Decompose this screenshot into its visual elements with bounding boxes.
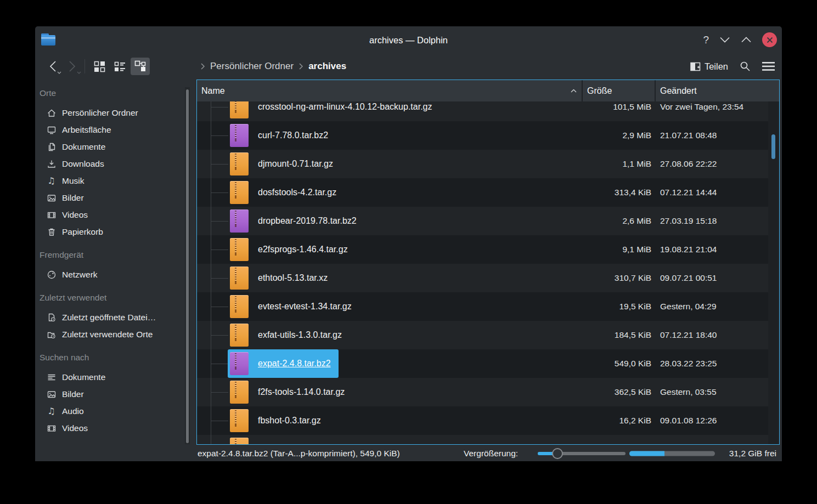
file-modified: 21.07.21 08:48 (656, 121, 779, 150)
file-chip[interactable]: dropbear-2019.78.tar.bz2 (228, 207, 364, 235)
home-icon (46, 107, 57, 118)
hamburger-menu-button[interactable] (762, 62, 775, 71)
breadcrumb-root-chevron-icon[interactable] (200, 63, 205, 70)
dolphin-folder-icon (40, 31, 57, 48)
file-chip[interactable]: f2fs-tools-1.14.0.tar.gz (228, 378, 352, 406)
sidebar-item-label: Zuletzt geöffnete Datei… (62, 313, 156, 322)
music-icon: ♫ (46, 175, 57, 186)
sidebar-item-videos[interactable]: Videos (40, 420, 182, 437)
main-toolbar: Persönlicher Ordner archives Teilen (35, 53, 782, 80)
sidebar-item-label: Videos (62, 210, 88, 220)
places-scrollbar[interactable] (186, 89, 189, 443)
file-size: 19,5 KiB (583, 292, 656, 321)
icons-view-button[interactable] (90, 58, 109, 75)
minimize-button[interactable] (719, 35, 730, 46)
zoom-slider-track[interactable] (538, 452, 626, 455)
file-name: crosstool-ng-arm-linux-4.10.12-backup.ta… (258, 102, 432, 112)
archive-file-icon (230, 352, 249, 375)
view-scrollbar[interactable] (771, 134, 775, 159)
search-button[interactable] (740, 61, 751, 72)
help-button[interactable]: ? (703, 35, 709, 45)
file-name: f2fs-tools-1.14.0.tar.gz (258, 387, 345, 397)
close-button[interactable] (762, 32, 777, 47)
titlebar[interactable]: archives — Dolphin ? (35, 26, 782, 53)
table-row[interactable]: curl-7.78.0.tar.bz22,9 MiB21.07.21 08:48 (197, 121, 779, 150)
file-name: exfat-utils-1.3.0.tar.gz (258, 330, 342, 340)
split-view-button[interactable]: Teilen (690, 61, 728, 72)
toolbar-separator (84, 59, 85, 73)
column-header-size[interactable]: Größe (583, 80, 656, 101)
archive-file-icon (230, 101, 249, 118)
file-name: ethtool-5.13.tar.xz (258, 273, 328, 283)
file-size: 313,4 KiB (583, 178, 656, 207)
details-view-button[interactable] (110, 58, 129, 75)
sidebar-item-persönlicher-ordner[interactable]: Persönlicher Ordner (40, 104, 182, 121)
archive-file-icon (230, 181, 249, 204)
sidebar-item-netzwerk[interactable]: Netzwerk (40, 266, 182, 283)
file-chip[interactable]: dosfstools-4.2.tar.gz (228, 178, 344, 207)
breadcrumb-item-current[interactable]: archives (308, 61, 346, 72)
file-chip[interactable] (228, 435, 266, 444)
back-button[interactable] (43, 57, 63, 76)
sidebar-item-dokumente[interactable]: Dokumente (40, 138, 182, 155)
zoom-slider-knob[interactable] (552, 448, 563, 459)
file-chip[interactable]: curl-7.78.0.tar.bz2 (228, 121, 336, 150)
file-chip[interactable]: djmount-0.71.tar.gz (228, 150, 341, 178)
sidebar-item-bilder[interactable]: Bilder (40, 189, 182, 206)
back-history-caret-icon[interactable] (57, 71, 61, 74)
sidebar-item-videos[interactable]: Videos (40, 206, 182, 223)
sidebar-item-papierkorb[interactable]: Papierkorb (40, 223, 182, 240)
table-row[interactable]: evtest-evtest-1.34.tar.gz19,5 KiBGestern… (197, 292, 779, 321)
table-row[interactable]: djmount-0.71.tar.gz1,1 MiB27.08.06 22:22 (197, 150, 779, 178)
file-name: expat-2.4.8.tar.bz2 (258, 359, 331, 369)
breadcrumb: Persönlicher Ordner archives (200, 53, 346, 80)
column-header-modified[interactable]: Geändert (656, 80, 779, 101)
free-space-bar-fill (629, 451, 664, 456)
table-row[interactable]: e2fsprogs-1.46.4.tar.gz9,1 MiB19.08.21 2… (197, 235, 779, 264)
view-scrollbar-track[interactable] (768, 101, 779, 444)
free-space-bar (629, 451, 715, 456)
sidebar-item-arbeitsfläche[interactable]: Arbeitsfläche (40, 121, 182, 138)
breadcrumb-item-home[interactable]: Persönlicher Ordner (210, 61, 294, 72)
sidebar-item-label: Netzwerk (62, 270, 98, 280)
file-size: 16,2 KiB (583, 406, 656, 435)
sidebar-item-downloads[interactable]: Downloads (40, 155, 182, 172)
table-row-selected[interactable]: expat-2.4.8.tar.bz2549,0 KiB28.03.22 23:… (197, 349, 779, 378)
table-row[interactable]: ethtool-5.13.tar.xz310,7 KiB09.07.21 00:… (197, 264, 779, 292)
tree-view-button[interactable] (131, 58, 150, 75)
tree-branch-line (197, 406, 228, 435)
file-chip[interactable]: crosstool-ng-arm-linux-4.10.12-backup.ta… (228, 101, 440, 121)
table-row[interactable]: exfat-utils-1.3.0.tar.gz184,5 KiB07.12.2… (197, 321, 779, 349)
file-chip[interactable]: fbshot-0.3.tar.gz (228, 406, 329, 435)
file-chip[interactable]: evtest-evtest-1.34.tar.gz (228, 292, 359, 321)
forward-history-caret-icon[interactable] (77, 71, 81, 74)
breadcrumb-chevron-icon[interactable] (298, 63, 303, 70)
archive-file-icon (230, 124, 249, 147)
selection-summary: expat-2.4.8.tar.bz2 (Tar-A...p-komprimie… (198, 449, 400, 458)
table-row[interactable]: dropbear-2019.78.tar.bz22,6 MiB27.03.19 … (197, 207, 779, 235)
sort-ascending-icon (571, 89, 577, 93)
dolphin-window: archives — Dolphin ? (35, 26, 782, 461)
window-title: archives — Dolphin (369, 35, 448, 45)
table-row[interactable]: fbshot-0.3.tar.gz16,2 KiB09.01.08 12:26 (197, 406, 779, 435)
places-panel: OrtePersönlicher OrdnerArbeitsflächeDoku… (35, 80, 196, 445)
table-header: Name Größe Geändert (197, 80, 779, 101)
table-row[interactable]: f2fs-tools-1.14.0.tar.gz362,5 KiBGestern… (197, 378, 779, 406)
sidebar-item-bilder[interactable]: Bilder (40, 386, 182, 403)
sidebar-item-dokumente[interactable]: Dokumente (40, 369, 182, 386)
file-chip[interactable]: ethtool-5.13.tar.xz (228, 264, 335, 292)
forward-button[interactable] (63, 57, 82, 76)
column-header-name[interactable]: Name (197, 80, 583, 101)
sidebar-item-zuletzt-geöffnete-datei[interactable]: Zuletzt geöffnete Datei… (40, 309, 182, 326)
sidebar-item-musik[interactable]: ♫Musik (40, 172, 182, 189)
table-row[interactable]: crosstool-ng-arm-linux-4.10.12-backup.ta… (197, 101, 779, 121)
table-row[interactable]: dosfstools-4.2.tar.gz313,4 KiB07.12.21 1… (197, 178, 779, 207)
sidebar-item-audio[interactable]: ♫Audio (40, 403, 182, 420)
file-chip[interactable]: expat-2.4.8.tar.bz2 (228, 349, 339, 378)
file-chip[interactable]: e2fsprogs-1.46.4.tar.gz (228, 235, 356, 264)
table-row[interactable] (197, 435, 779, 444)
maximize-button[interactable] (741, 35, 752, 46)
sidebar-item-zuletzt-verwendete-orte[interactable]: Zuletzt verwendete Orte (40, 326, 182, 343)
tree-branch-line (197, 150, 228, 178)
file-chip[interactable]: exfat-utils-1.3.0.tar.gz (228, 321, 350, 349)
